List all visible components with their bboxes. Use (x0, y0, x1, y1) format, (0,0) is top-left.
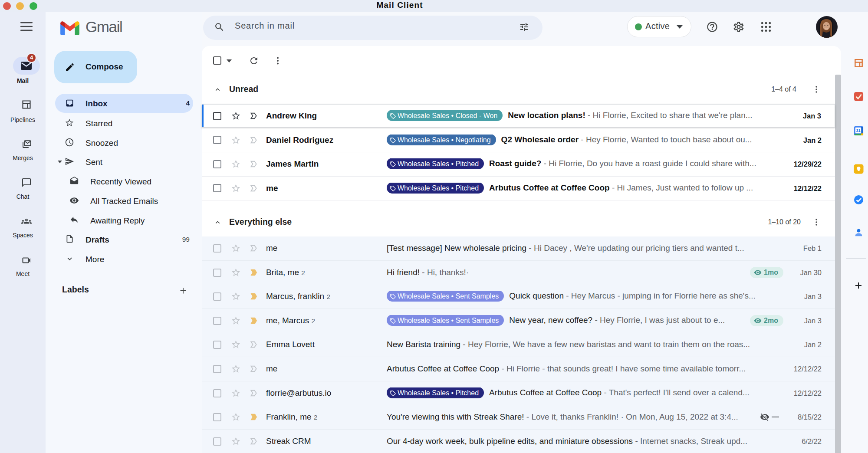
svg-text:31: 31 (856, 128, 860, 133)
